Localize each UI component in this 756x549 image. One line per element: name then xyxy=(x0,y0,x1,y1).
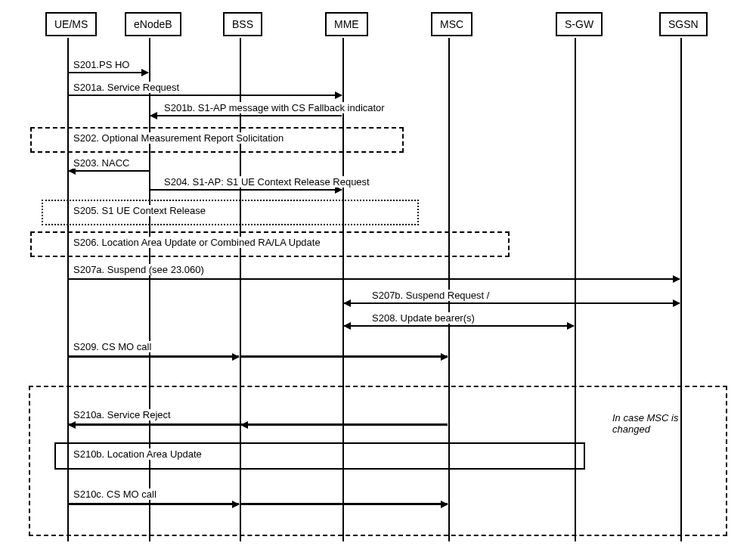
participant-label: eNodeB xyxy=(134,18,172,30)
participant-sgw: S-GW xyxy=(556,12,603,36)
arrow-s207a xyxy=(68,278,680,280)
label-s209: S209. CS MO call xyxy=(72,341,153,352)
participant-bss: BSS xyxy=(223,12,262,36)
participant-msc: MSC xyxy=(431,12,472,36)
arrow-s203 xyxy=(69,170,149,172)
label-s210c: S210c. CS MO call xyxy=(72,489,158,500)
arrow-s210a-left xyxy=(69,423,240,426)
label-s201b: S201b. S1-AP message with CS Fallback in… xyxy=(163,102,386,113)
label-s205: S205. S1 UE Context Release xyxy=(72,205,207,216)
label-s206: S206. Location Area Update or Combined R… xyxy=(72,237,322,248)
label-s201: S201.PS HO xyxy=(72,59,131,70)
arrow-s207b xyxy=(344,302,680,304)
label-s207a: S207a. Suspend (see 23.060) xyxy=(72,264,206,275)
arrow-s201a xyxy=(68,95,342,96)
label-s203: S203. NACC xyxy=(72,157,131,169)
label-s202: S202. Optional Measurement Report Solici… xyxy=(72,132,285,144)
arrow-s210c-right xyxy=(241,503,448,505)
arrow-s201 xyxy=(68,72,148,73)
participant-label: SGSN xyxy=(668,18,699,30)
arrow-s208 xyxy=(344,325,574,327)
arrow-s210a-right xyxy=(241,423,448,426)
arrow-s201b xyxy=(150,115,342,116)
participant-label: UE/MS xyxy=(54,18,88,30)
participant-label: MME xyxy=(334,18,359,30)
sequence-diagram: UE/MS eNodeB BSS MME MSC S-GW SGSN S201.… xyxy=(0,0,756,549)
arrow-s209-right xyxy=(241,355,448,358)
note-msc-changed: In case MSC is changed xyxy=(612,412,711,435)
participant-enb: eNodeB xyxy=(125,12,181,36)
label-s201a: S201a. Service Request xyxy=(72,82,181,93)
arrow-s210c-left xyxy=(68,503,239,505)
label-s204: S204. S1-AP: S1 UE Context Release Reque… xyxy=(163,176,371,188)
label-s207b: S207b. Suspend Request / xyxy=(370,290,491,301)
participant-label: S-GW xyxy=(565,18,593,30)
participant-label: MSC xyxy=(440,18,463,30)
arrow-s209-left xyxy=(68,355,239,358)
label-s208: S208. Update bearer(s) xyxy=(370,312,476,324)
participant-ue: UE/MS xyxy=(45,12,97,36)
label-s210a: S210a. Service Reject xyxy=(72,409,172,420)
arrow-s204 xyxy=(150,189,342,191)
participant-mme: MME xyxy=(325,12,368,36)
participant-label: BSS xyxy=(232,18,253,30)
participant-sgsn: SGSN xyxy=(659,12,708,36)
label-s210b: S210b. Location Area Update xyxy=(72,448,203,460)
